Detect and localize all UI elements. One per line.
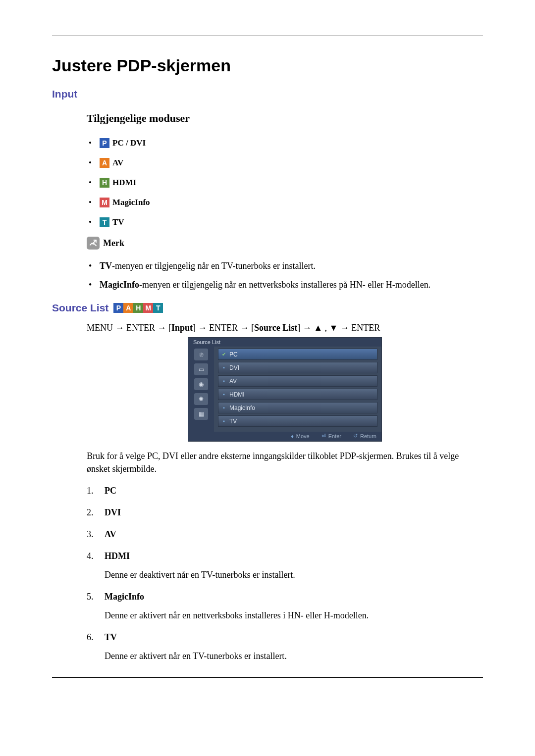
badge-strip: P A H M T bbox=[113, 303, 163, 313]
item-label: TV bbox=[105, 632, 117, 642]
sidebar-icon-picture: ▭ bbox=[194, 363, 208, 375]
osd-item-label: MagicInfo bbox=[229, 404, 255, 411]
mode-item-av: A AV bbox=[87, 157, 483, 168]
bullet-icon: ▪ bbox=[221, 365, 226, 370]
note-label: Merk bbox=[103, 238, 124, 249]
body-paragraph: Bruk for å velge PC, DVI eller andre eks… bbox=[87, 450, 483, 475]
bullet-icon: ▪ bbox=[221, 405, 226, 410]
osd-footer-label: Enter bbox=[328, 433, 341, 439]
osd-footer: ♦Move ⏎Enter ↺Return bbox=[188, 432, 381, 441]
mode-label: TV bbox=[112, 217, 124, 228]
m-badge-icon: M bbox=[143, 303, 153, 313]
sidebar-icon-setup: ✺ bbox=[194, 393, 208, 405]
osd-sidebar: ⎚ ▭ ◉ ✺ ▦ bbox=[188, 347, 214, 432]
source-list-block: MENU → ENTER → [Input] → ENTER → [Source… bbox=[52, 323, 483, 662]
modes-list: P PC / DVI A AV H HDMI M MagicInfo bbox=[87, 138, 483, 228]
osd-item-label: AV bbox=[229, 378, 237, 385]
osd-item-label: DVI bbox=[229, 364, 239, 371]
list-item: MagicInfo Denne er aktivert når en nettv… bbox=[87, 590, 483, 622]
m-badge-icon: M bbox=[100, 198, 109, 207]
osd-panel: Source List ⎚ ▭ ◉ ✺ ▦ ✔PC ▪DVI ▪AV ▪HDMI bbox=[188, 337, 382, 442]
item-desc: Denne er aktivert når en nettverksboks i… bbox=[105, 609, 483, 622]
list-item: PC bbox=[87, 484, 483, 497]
item-desc: Denne er aktivert når en TV-tunerboks er… bbox=[105, 650, 483, 662]
sidebar-icon-multi: ▦ bbox=[194, 408, 208, 420]
osd-header: Source List bbox=[188, 338, 381, 347]
bullet-icon: ▪ bbox=[221, 419, 226, 424]
osd-item-tv: ▪TV bbox=[218, 415, 377, 427]
item-label: PC bbox=[105, 486, 116, 496]
mode-label: MagicInfo bbox=[112, 197, 150, 208]
list-item: TV Denne er aktivert når en TV-tunerboks… bbox=[87, 631, 483, 662]
osd-item-av: ▪AV bbox=[218, 375, 377, 387]
mode-item-hdmi: H HDMI bbox=[87, 177, 483, 188]
list-item: HDMI Denne er deaktivert når en TV-tuner… bbox=[87, 550, 483, 581]
nav-text: ] → ▲ , ▼ → ENTER bbox=[297, 323, 380, 333]
check-icon: ✔ bbox=[221, 352, 226, 357]
t-badge-icon: T bbox=[100, 217, 109, 227]
note-text: -menyen er tilgjengelig når en TV-tunerb… bbox=[112, 261, 316, 271]
osd-item-label: PC bbox=[229, 351, 238, 358]
sidebar-icon-input: ⎚ bbox=[194, 349, 208, 360]
osd-footer-label: Move bbox=[296, 433, 310, 439]
available-modes-heading: Tilgjengelige moduser bbox=[87, 112, 483, 125]
osd-footer-move: ♦Move bbox=[291, 433, 310, 439]
sidebar-icon-sound: ◉ bbox=[194, 378, 208, 390]
mode-label: PC / DVI bbox=[112, 138, 146, 149]
osd-item-hdmi: ▪HDMI bbox=[218, 389, 377, 400]
t-badge-icon: T bbox=[153, 303, 163, 313]
divider-bottom bbox=[52, 677, 483, 678]
item-label: MagicInfo bbox=[105, 592, 144, 602]
mode-item-tv: T TV bbox=[87, 217, 483, 228]
bullet-icon: ▪ bbox=[221, 379, 226, 384]
enter-icon: ⏎ bbox=[321, 433, 326, 439]
nav-bold: Source List bbox=[254, 323, 297, 333]
mode-item-magicinfo: M MagicInfo bbox=[87, 197, 483, 208]
list-item: AV bbox=[87, 528, 483, 541]
mode-label: HDMI bbox=[112, 177, 136, 188]
h-badge-icon: H bbox=[133, 303, 143, 313]
move-icon: ♦ bbox=[291, 433, 294, 439]
note-row: Merk bbox=[87, 237, 483, 250]
note-prefix: MagicInfo bbox=[100, 280, 139, 290]
a-badge-icon: A bbox=[123, 303, 133, 313]
p-badge-icon: P bbox=[100, 138, 109, 148]
note-item: TV-menyen er tilgjengelig når en TV-tune… bbox=[87, 259, 483, 272]
mode-label: AV bbox=[112, 157, 123, 168]
page-title: Justere PDP-skjermen bbox=[52, 56, 483, 75]
note-text: -menyen er tilgjengelig når en nettverks… bbox=[139, 280, 430, 290]
modes-block: Tilgjengelige moduser P PC / DVI A AV H … bbox=[52, 112, 483, 291]
divider-top bbox=[52, 36, 483, 36]
osd-item-label: HDMI bbox=[229, 391, 245, 398]
note-icon bbox=[87, 237, 100, 250]
notes-list: TV-menyen er tilgjengelig når en TV-tune… bbox=[87, 259, 483, 291]
page: Justere PDP-skjermen Input Tilgjengelige… bbox=[0, 0, 535, 756]
note-prefix: TV bbox=[100, 261, 112, 271]
section-source-list-heading: Source List bbox=[52, 302, 108, 314]
source-list-heading-row: Source List P A H M T bbox=[52, 302, 483, 314]
note-item: MagicInfo-menyen er tilgjengelig når en … bbox=[87, 278, 483, 291]
section-input-heading: Input bbox=[52, 88, 483, 100]
item-desc: Denne er deaktivert når en TV-tunerboks … bbox=[105, 568, 483, 581]
osd-footer-return: ↺Return bbox=[353, 433, 376, 439]
osd-item-pc: ✔PC bbox=[218, 349, 377, 360]
nav-bold: Input bbox=[171, 323, 193, 333]
bullet-icon: ▪ bbox=[221, 392, 226, 397]
item-label: DVI bbox=[105, 507, 121, 517]
mode-item-pc: P PC / DVI bbox=[87, 138, 483, 149]
osd-screenshot: Source List ⎚ ▭ ◉ ✺ ▦ ✔PC ▪DVI ▪AV ▪HDMI bbox=[87, 337, 483, 442]
item-label: AV bbox=[105, 529, 116, 539]
osd-footer-enter: ⏎Enter bbox=[321, 433, 341, 439]
p-badge-icon: P bbox=[113, 303, 123, 313]
osd-item-magicinfo: ▪MagicInfo bbox=[218, 402, 377, 413]
nav-text: ] → ENTER → [ bbox=[193, 323, 254, 333]
item-label: HDMI bbox=[105, 551, 130, 561]
h-badge-icon: H bbox=[100, 178, 109, 188]
list-item: DVI bbox=[87, 506, 483, 519]
a-badge-icon: A bbox=[100, 158, 109, 168]
osd-body: ⎚ ▭ ◉ ✺ ▦ ✔PC ▪DVI ▪AV ▪HDMI ▪MagicInfo … bbox=[188, 347, 381, 432]
osd-footer-label: Return bbox=[360, 433, 376, 439]
nav-path: MENU → ENTER → [Input] → ENTER → [Source… bbox=[87, 323, 483, 333]
nav-text: MENU → ENTER → [ bbox=[87, 323, 171, 333]
source-ordered-list: PC DVI AV HDMI Denne er deaktivert når e… bbox=[87, 484, 483, 662]
